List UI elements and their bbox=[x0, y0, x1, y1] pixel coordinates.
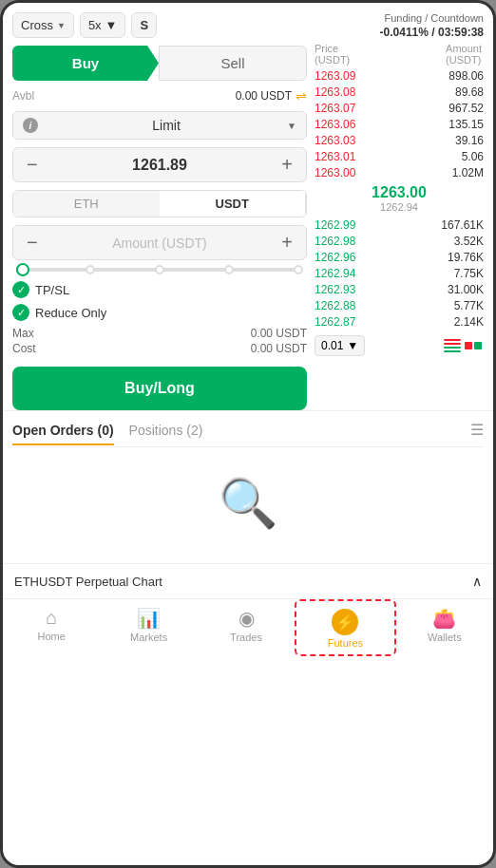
amount-placeholder[interactable]: Amount (USDT) bbox=[42, 236, 278, 251]
info-icon: i bbox=[23, 118, 38, 133]
mid-price-value: 1263.00 bbox=[315, 184, 484, 201]
ob-buy-row: 1262.94 7.75K bbox=[315, 265, 484, 281]
wallets-label: Wallets bbox=[428, 632, 462, 643]
bottom-nav: ⌂ Home 📊 Markets ◉ Trades ⚡ Futures 👛 Wa… bbox=[3, 598, 493, 656]
cross-dropdown[interactable]: Cross ▼ bbox=[12, 12, 74, 38]
max-label: Max bbox=[12, 327, 34, 340]
leverage-label: 5x bbox=[88, 18, 102, 32]
avbl-value: 0.00 USDT bbox=[236, 89, 292, 103]
tab-eth[interactable]: ETH bbox=[13, 191, 160, 217]
funding-label: Funding / Countdown bbox=[315, 12, 484, 24]
tp-sl-row[interactable]: ✓ TP/SL bbox=[12, 281, 307, 298]
ob-buy-row: 1262.98 3.52K bbox=[315, 233, 484, 249]
ob-sell-row: 1263.00 1.02M bbox=[315, 164, 484, 180]
amount-increment-button[interactable]: + bbox=[277, 232, 296, 254]
avbl-label: Avbl bbox=[12, 89, 34, 103]
tp-sl-checkbox[interactable]: ✓ bbox=[12, 281, 29, 298]
cost-value: 0.00 USDT bbox=[251, 342, 307, 355]
sell-button[interactable]: Sell bbox=[159, 46, 307, 81]
chart-title: ETHUSDT Perpetual Chart bbox=[14, 575, 162, 589]
ob-sell-row: 1263.06 135.15 bbox=[315, 116, 484, 132]
ob-sell-row: 1263.07 967.52 bbox=[315, 100, 484, 116]
futures-icon: ⚡ bbox=[335, 613, 354, 632]
orderbook-controls: 0.01 ▼ bbox=[315, 335, 484, 356]
order-type-arrow-icon: ▼ bbox=[287, 121, 296, 131]
markets-icon: 📊 bbox=[137, 607, 161, 630]
orders-tabs: Open Orders (0) Positions (2) ☰ bbox=[12, 411, 484, 447]
buy-sell-toggle: Buy Sell bbox=[12, 46, 307, 81]
cross-arrow-icon: ▼ bbox=[57, 21, 66, 30]
ob-buy-row: 1262.99 167.61K bbox=[315, 217, 484, 233]
trades-icon: ◉ bbox=[238, 607, 255, 630]
ob-sell-row: 1263.03 39.16 bbox=[315, 132, 484, 148]
slider-dot-25 bbox=[86, 265, 95, 274]
nav-wallets[interactable]: 👛 Wallets bbox=[396, 599, 493, 656]
orderbook-sell-rows: 1263.09 898.06 1263.08 89.68 1263.07 967… bbox=[315, 67, 484, 180]
ob-sell-row: 1263.01 5.06 bbox=[315, 148, 484, 164]
price-decrement-button[interactable]: − bbox=[23, 154, 42, 176]
orders-section: Open Orders (0) Positions (2) ☰ 🔍 bbox=[3, 410, 493, 563]
orderbook-mid-price: 1263.00 1262.94 bbox=[315, 180, 484, 217]
ob-buy-row: 1262.87 2.14K bbox=[315, 313, 484, 330]
tab-usdt[interactable]: USDT bbox=[160, 191, 307, 217]
leverage-dropdown[interactable]: 5x ▼ bbox=[80, 12, 126, 38]
ob-view-icons bbox=[444, 337, 484, 354]
decimal-arrow-icon: ▼ bbox=[347, 339, 358, 352]
order-type-label: Limit bbox=[46, 118, 287, 133]
tab-positions[interactable]: Positions (2) bbox=[129, 423, 203, 445]
slider-dot-75 bbox=[224, 265, 234, 274]
ob-view-combined-icon[interactable] bbox=[444, 337, 463, 354]
price-input-row: − 1261.89 + bbox=[12, 147, 307, 182]
reduce-only-row[interactable]: ✓ Reduce Only bbox=[12, 304, 307, 321]
nav-futures[interactable]: ⚡ Futures bbox=[295, 599, 395, 656]
tp-sl-label: TP/SL bbox=[35, 283, 69, 297]
decimal-select[interactable]: 0.01 ▼ bbox=[315, 335, 365, 356]
slider-dot-100 bbox=[294, 265, 303, 274]
ob-buy-row: 1262.93 31.00K bbox=[315, 281, 484, 297]
chart-section[interactable]: ETHUSDT Perpetual Chart ∧ bbox=[3, 563, 493, 598]
amount-decrement-button[interactable]: − bbox=[23, 232, 42, 254]
tab-open-orders[interactable]: Open Orders (0) bbox=[12, 423, 114, 445]
buy-long-button[interactable]: Buy/Long bbox=[12, 367, 307, 410]
decimal-value: 0.01 bbox=[321, 339, 343, 352]
ob-amount-header: Amount(USDT) bbox=[446, 43, 482, 66]
futures-icon-box: ⚡ bbox=[332, 609, 358, 635]
nav-trades[interactable]: ◉ Trades bbox=[198, 599, 295, 656]
ob-buy-row: 1262.88 5.77K bbox=[315, 297, 484, 313]
order-type-row[interactable]: i Limit ▼ bbox=[12, 111, 307, 140]
orderbook-header: Price(USDT) Amount(USDT) bbox=[315, 43, 484, 66]
leverage-arrow-icon: ▼ bbox=[105, 18, 118, 32]
slider-dot-50 bbox=[155, 265, 164, 274]
wallets-icon: 👛 bbox=[432, 607, 456, 630]
nav-home[interactable]: ⌂ Home bbox=[3, 599, 100, 656]
max-value: 0.00 USDT bbox=[251, 327, 307, 340]
home-label: Home bbox=[38, 631, 66, 642]
amount-slider[interactable] bbox=[12, 268, 307, 272]
reduce-only-checkbox[interactable]: ✓ bbox=[12, 304, 29, 321]
ob-price-header: Price(USDT) bbox=[315, 43, 350, 66]
mid-price-sub: 1262.94 bbox=[315, 201, 484, 213]
ob-view-split-icon[interactable] bbox=[465, 337, 484, 354]
orderbook-buy-rows: 1262.99 167.61K 1262.98 3.52K 1262.96 19… bbox=[315, 217, 484, 330]
nav-markets[interactable]: 📊 Markets bbox=[100, 599, 197, 656]
ob-sell-row: 1263.08 89.68 bbox=[315, 84, 484, 100]
amount-input-row: − Amount (USDT) + bbox=[12, 225, 307, 260]
price-value[interactable]: 1261.89 bbox=[42, 157, 278, 174]
max-cost-section: Max 0.00 USDT Cost 0.00 USDT bbox=[12, 327, 307, 355]
ob-buy-row: 1262.96 19.76K bbox=[315, 249, 484, 265]
buy-button[interactable]: Buy bbox=[12, 46, 159, 81]
orders-filter-icon[interactable]: ☰ bbox=[470, 421, 484, 446]
price-increment-button[interactable]: + bbox=[277, 154, 296, 176]
markets-label: Markets bbox=[130, 632, 167, 643]
s-badge: S bbox=[131, 12, 157, 38]
cost-label: Cost bbox=[12, 342, 36, 355]
funding-value: -0.0411% / 03:59:38 bbox=[315, 26, 484, 39]
empty-search-icon: 🔍 bbox=[219, 476, 277, 531]
slider-handle[interactable] bbox=[16, 263, 29, 276]
unit-tabs: ETH USDT bbox=[12, 190, 307, 217]
transfer-icon[interactable]: ⇌ bbox=[296, 88, 307, 104]
chart-toggle-icon[interactable]: ∧ bbox=[472, 574, 482, 589]
ob-sell-row: 1263.09 898.06 bbox=[315, 67, 484, 84]
empty-orders-state: 🔍 bbox=[12, 447, 484, 563]
reduce-only-label: Reduce Only bbox=[35, 306, 106, 320]
